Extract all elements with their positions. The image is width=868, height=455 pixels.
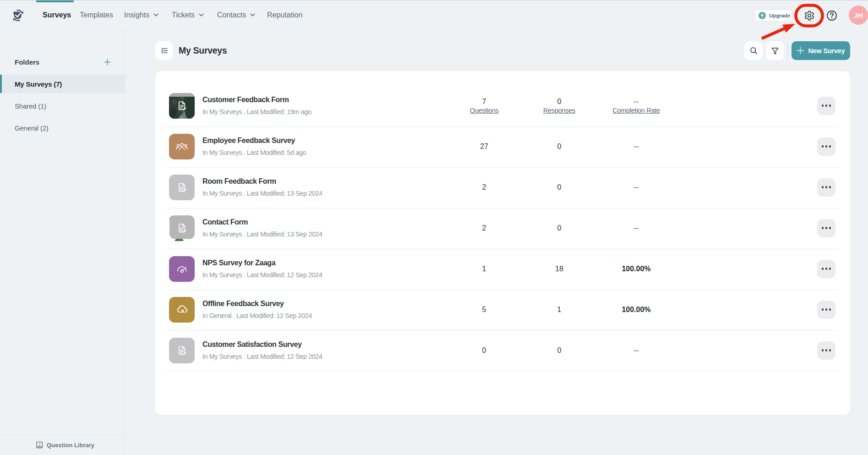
svg-text:?: ? xyxy=(38,442,41,446)
